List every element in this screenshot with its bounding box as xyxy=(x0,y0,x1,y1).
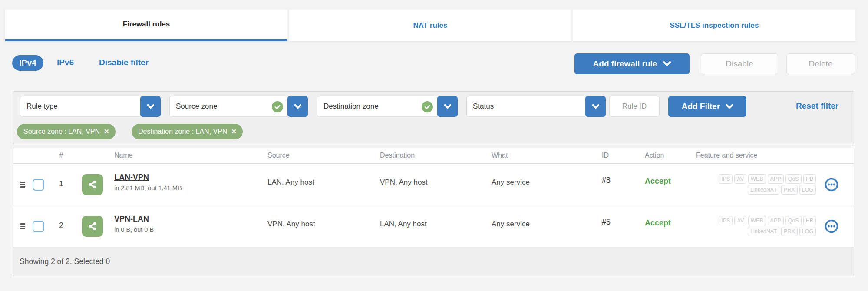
feature-badge: IPS xyxy=(719,216,733,225)
network-rule-icon[interactable] xyxy=(82,216,103,237)
add-firewall-rule-button[interactable]: Add firewall rule xyxy=(574,53,690,74)
feature-badge: AV xyxy=(734,174,746,184)
tab-firewall-rules[interactable]: Firewall rules xyxy=(5,10,287,41)
table-row: 1 LAN-VPN in 2.81 MB, out 1.41 MB LAN, A… xyxy=(13,164,854,205)
row-menu-button[interactable] xyxy=(825,178,838,192)
filter-panel: Rule type Source zone Destination zone xyxy=(13,91,854,144)
row-checkbox[interactable] xyxy=(33,221,44,232)
destination-zone-dropdown[interactable]: Destination zone xyxy=(317,96,458,117)
disable-filter-link[interactable]: Disable filter xyxy=(99,58,149,67)
rule-feature-badges: IPSAVWEBAPPQoSHB LinkedNATPRXLOG xyxy=(689,174,816,196)
rule-name-link[interactable]: VPN-LAN xyxy=(114,215,149,224)
rule-name-cell: VPN-LAN in 0 B, out 0 B xyxy=(114,215,154,233)
feature-badge: LOG xyxy=(799,185,816,195)
tab-ssl-tls-inspection-rules[interactable]: SSL/TLS inspection rules xyxy=(573,10,855,41)
feature-badge: APP xyxy=(768,174,784,184)
feature-badge: QoS xyxy=(785,216,802,225)
rule-action: Accept xyxy=(645,218,671,228)
remove-chip-icon[interactable]: ✕ xyxy=(104,128,109,136)
rule-action: Accept xyxy=(645,177,671,186)
chevron-down-icon xyxy=(726,104,733,109)
rule-number: 1 xyxy=(55,179,68,188)
row-checkbox[interactable] xyxy=(33,179,44,191)
add-filter-button[interactable]: Add Filter xyxy=(668,96,746,117)
rule-name-cell: LAN-VPN in 2.81 MB, out 1.41 MB xyxy=(114,173,182,192)
chevron-down-icon[interactable] xyxy=(437,96,458,117)
feature-badge: WEB xyxy=(748,216,766,225)
feature-badge: IPS xyxy=(719,174,733,184)
drag-handle[interactable] xyxy=(20,180,26,189)
filter-chip-source-zone: Source zone : LAN, VPN ✕ xyxy=(17,124,116,139)
col-header-what: What xyxy=(492,152,508,159)
source-zone-dropdown[interactable]: Source zone xyxy=(169,96,308,117)
chevron-down-icon[interactable] xyxy=(140,96,161,117)
rule-id: #8 xyxy=(602,176,611,185)
add-firewall-rule-label: Add firewall rule xyxy=(593,59,657,69)
ipv4-toggle[interactable]: IPv4 xyxy=(12,55,43,71)
table-row: 2 VPN-LAN in 0 B, out 0 B VPN, Any host … xyxy=(13,205,854,247)
remove-chip-icon[interactable]: ✕ xyxy=(231,128,237,136)
ipv6-toggle[interactable]: IPv6 xyxy=(57,58,74,67)
rule-type-dropdown-label: Rule type xyxy=(26,102,58,111)
disable-button[interactable]: Disable xyxy=(701,53,778,74)
firewall-rules-table: # Name Source Destination What ID Action… xyxy=(13,148,854,247)
reset-filter-link[interactable]: Reset filter xyxy=(796,101,838,111)
rule-tabs: Firewall rules NAT rules SSL/TLS inspect… xyxy=(5,10,855,41)
rule-source: LAN, Any host xyxy=(267,178,314,187)
rule-traffic: in 2.81 MB, out 1.41 MB xyxy=(114,185,182,192)
rule-what: Any service xyxy=(492,220,530,228)
feature-badge: HB xyxy=(803,174,816,184)
col-header-id: ID xyxy=(602,152,609,159)
feature-badge: PRX xyxy=(781,227,798,236)
rule-source: VPN, Any host xyxy=(267,220,315,228)
col-header-number: # xyxy=(55,152,68,159)
row-menu-button[interactable] xyxy=(825,219,838,233)
filter-chip-label: Source zone : LAN, VPN xyxy=(23,128,100,136)
add-filter-label: Add Filter xyxy=(682,102,720,111)
col-header-feature: Feature and service xyxy=(696,152,757,159)
status-dropdown[interactable]: Status xyxy=(466,96,606,117)
rule-what: Any service xyxy=(492,178,530,187)
filter-chip-destination-zone: Destination zone : LAN, VPN ✕ xyxy=(132,124,243,139)
share-nodes-icon xyxy=(87,179,98,190)
rule-feature-badges: IPSAVWEBAPPQoSHB LinkedNATPRXLOG xyxy=(689,216,816,238)
rule-number: 2 xyxy=(55,221,68,230)
rule-id-input[interactable] xyxy=(609,96,660,117)
col-header-action: Action xyxy=(645,152,664,159)
filter-active-check-icon xyxy=(422,101,433,112)
share-nodes-icon xyxy=(87,221,98,232)
delete-button[interactable]: Delete xyxy=(786,53,855,74)
feature-badge: HB xyxy=(803,216,816,225)
feature-badge: AV xyxy=(734,216,746,225)
feature-badge: LinkedNAT xyxy=(748,227,779,236)
ellipsis-circle-icon xyxy=(825,178,838,192)
rule-name-link[interactable]: LAN-VPN xyxy=(114,173,149,182)
filter-chip-label: Destination zone : LAN, VPN xyxy=(138,128,227,136)
tab-nat-rules[interactable]: NAT rules xyxy=(289,10,571,41)
rule-type-dropdown[interactable]: Rule type xyxy=(20,96,161,117)
table-footer: Showing 2 of 2. Selected 0 xyxy=(13,247,854,276)
chevron-down-icon[interactable] xyxy=(585,96,606,117)
rule-id: #5 xyxy=(602,218,611,227)
chevron-down-icon xyxy=(663,61,671,66)
source-zone-dropdown-label: Source zone xyxy=(176,102,217,111)
network-rule-icon[interactable] xyxy=(82,174,103,195)
showing-status-text: Showing 2 of 2. Selected 0 xyxy=(20,257,110,266)
col-header-destination: Destination xyxy=(380,152,415,159)
col-header-name: Name xyxy=(114,152,133,159)
filter-active-check-icon xyxy=(272,101,283,112)
rule-destination: LAN, Any host xyxy=(380,220,427,228)
feature-badge: LinkedNAT xyxy=(748,185,779,195)
feature-badge: PRX xyxy=(781,185,798,195)
rule-destination: VPN, Any host xyxy=(380,178,428,187)
col-header-source: Source xyxy=(267,152,290,159)
destination-zone-dropdown-label: Destination zone xyxy=(323,102,379,111)
feature-badge: APP xyxy=(768,216,784,225)
rule-traffic: in 0 B, out 0 B xyxy=(114,226,154,233)
feature-badge: LOG xyxy=(799,227,816,236)
toolbar: IPv4 IPv6 Disable filter Add firewall ru… xyxy=(0,50,868,76)
chevron-down-icon[interactable] xyxy=(287,96,308,117)
table-header-row: # Name Source Destination What ID Action… xyxy=(13,148,854,164)
feature-badge: QoS xyxy=(785,174,802,184)
drag-handle[interactable] xyxy=(20,222,26,231)
